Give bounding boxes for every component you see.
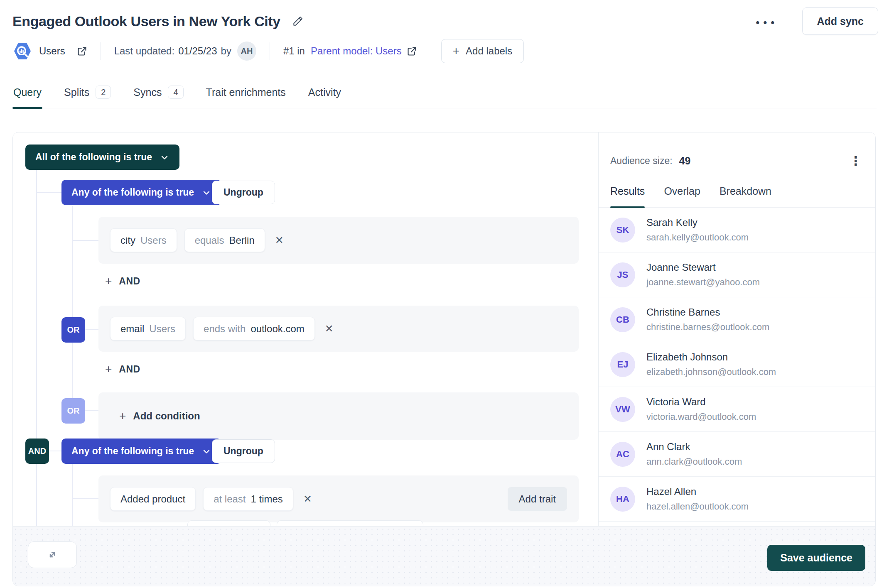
value: outlook.com (250, 323, 304, 335)
tab-syncs[interactable]: Syncs4 (133, 82, 184, 108)
connector-line (49, 451, 61, 451)
tab-count-badge: 4 (168, 86, 183, 99)
tab-query[interactable]: Query (12, 82, 42, 108)
condition-field-chip[interactable]: email Users (110, 317, 186, 341)
add-labels-label: Add labels (466, 45, 512, 57)
remove-condition-button[interactable]: ✕ (303, 493, 312, 505)
ungroup-button[interactable]: Ungroup (212, 439, 275, 463)
value: 1 times (251, 493, 283, 505)
group2-operator-dropdown[interactable]: Any of the following is true (61, 439, 221, 464)
save-audience-button[interactable]: Save audience (767, 545, 865, 571)
audience-size-label: Audience size: (610, 155, 673, 167)
rank-text: #1 in (283, 45, 305, 57)
group1-operator-dropdown[interactable]: Any of the following is true (61, 180, 221, 205)
page-title: Engaged Outlook Users in New York City (12, 13, 280, 29)
tab-splits[interactable]: Splits2 (63, 82, 112, 108)
meta-row: Users Last updated: 01/25/23 by AH #1 in… (12, 39, 524, 63)
field-name: city (120, 235, 135, 246)
connector-line (72, 240, 98, 241)
avatar: VW (610, 397, 635, 422)
or-joiner-badge[interactable]: OR (61, 317, 85, 343)
user-row[interactable]: JS Joanne Stewart joanne.stewart@yahoo.c… (599, 252, 875, 297)
add-and-button[interactable]: + AND (105, 363, 140, 375)
user-email: hazel.allen@outlook.com (646, 501, 749, 512)
operator: at least (214, 493, 246, 505)
audience-page: Engaged Outlook Users in New York City •… (0, 0, 889, 588)
main-tabs: Query Splits2 Syncs4 Trait enrichments A… (12, 82, 877, 108)
expand-diagonal-icon (46, 549, 59, 561)
tab-results[interactable]: Results (610, 185, 645, 207)
clipped-chip[interactable] (187, 520, 270, 526)
user-row[interactable]: SK Sarah Kelly sarah.kelly@outlook.com (599, 208, 875, 252)
tab-label: Query (13, 86, 42, 98)
event-condition-row: Added product at least 1 times ✕ Add tra… (98, 475, 579, 522)
query-card: All of the following is true Any of the … (12, 132, 876, 586)
condition-field-chip[interactable]: city Users (110, 228, 177, 252)
add-trait-button[interactable]: Add trait (508, 487, 567, 511)
field-model: Users (140, 235, 167, 246)
last-updated-label: Last updated: (114, 45, 174, 57)
user-name: Victoria Ward (646, 396, 756, 408)
expand-button[interactable] (28, 541, 77, 568)
and-label: AND (119, 364, 140, 375)
ungroup-button[interactable]: Ungroup (212, 181, 275, 204)
add-labels-button[interactable]: + Add labels (441, 39, 524, 63)
user-email: ann.clark@outlook.com (646, 456, 742, 467)
remove-condition-button[interactable]: ✕ (275, 234, 284, 246)
chevron-down-icon (201, 446, 211, 456)
event-chip[interactable]: Added product (110, 487, 196, 511)
user-email: sarah.kelly@outlook.com (646, 232, 749, 243)
tab-activity[interactable]: Activity (307, 82, 342, 108)
remove-condition-button[interactable]: ✕ (325, 323, 334, 335)
plus-icon: + (105, 275, 112, 287)
tab-overlap[interactable]: Overlap (664, 185, 700, 207)
avatar: JS (610, 262, 635, 287)
and-joiner-badge[interactable]: AND (25, 439, 49, 464)
kebab-menu-icon[interactable]: ⋮ (850, 156, 862, 166)
root-operator-dropdown[interactable]: All of the following is true (25, 145, 179, 170)
event-name: Added product (120, 493, 185, 505)
connector-line (72, 498, 98, 499)
avatar: EJ (610, 352, 635, 377)
add-condition-button[interactable]: + Add condition (110, 410, 200, 422)
add-condition-label: Add condition (133, 410, 200, 422)
external-link-icon (77, 46, 87, 56)
user-row[interactable]: HA Hazel Allen hazel.allen@outlook.com (599, 477, 875, 522)
value: Berlin (229, 235, 254, 246)
clipped-chip[interactable] (277, 520, 423, 526)
parent-model-link[interactable]: Parent model: Users (311, 45, 402, 57)
edit-title-button[interactable] (292, 15, 304, 27)
field-name: email (120, 323, 144, 335)
user-name: Joanne Stewart (646, 262, 760, 273)
add-sync-button[interactable]: Add sync (802, 7, 878, 35)
audience-size-value: 49 (679, 155, 691, 167)
bigquery-icon (12, 42, 32, 60)
external-link-icon[interactable] (407, 46, 417, 56)
or-joiner-badge-inactive[interactable]: OR (61, 398, 85, 424)
and-label: AND (119, 276, 140, 287)
add-and-button[interactable]: + AND (105, 275, 140, 287)
results-tabs: Results Overlap Breakdown (599, 167, 875, 208)
avatar: AC (610, 442, 635, 467)
condition-operator-chip[interactable]: equals Berlin (184, 228, 265, 252)
user-row[interactable]: EJ Elizabeth Johnson elizabeth.johnson@o… (599, 342, 875, 387)
user-row[interactable]: AC Ann Clark ann.clark@outlook.com (599, 432, 875, 477)
connector-line (36, 192, 61, 193)
tab-trait-enrichments[interactable]: Trait enrichments (205, 82, 287, 108)
user-row[interactable]: CB Christine Barnes christine.barnes@out… (599, 297, 875, 342)
source-link[interactable]: Users (12, 42, 87, 60)
pencil-icon (292, 15, 304, 27)
user-row[interactable]: VW Victoria Ward victoria.ward@outlook.c… (599, 387, 875, 432)
tab-breakdown[interactable]: Breakdown (720, 185, 771, 207)
user-name: Elizabeth Johnson (646, 351, 776, 363)
divider (270, 42, 270, 60)
event-operator-chip[interactable]: at least 1 times (203, 487, 293, 511)
user-name: Hazel Allen (646, 486, 749, 497)
connector-line (36, 170, 37, 526)
operator: ends with (204, 323, 246, 335)
results-panel: Audience size: 49 ⋮ Results Overlap Brea… (598, 132, 875, 526)
updated-by-label: by (221, 45, 231, 57)
more-options-icon[interactable]: ••• (756, 15, 778, 28)
condition-operator-chip[interactable]: ends with outlook.com (193, 317, 315, 341)
owner-avatar: AH (237, 42, 256, 61)
